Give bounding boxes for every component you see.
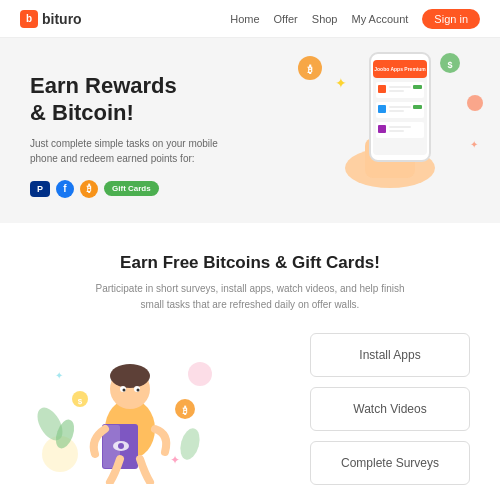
svg-text:$: $ (447, 60, 452, 70)
svg-text:Joobo Apps Premium: Joobo Apps Premium (374, 66, 426, 72)
svg-rect-12 (378, 85, 386, 93)
svg-text:$: $ (78, 397, 83, 406)
svg-rect-14 (389, 90, 404, 92)
brand-name: bituro (42, 11, 82, 27)
nav-account[interactable]: My Account (352, 13, 409, 25)
install-apps-button[interactable]: Install Apps (310, 333, 470, 377)
giftcard-badge: Gift Cards (104, 181, 159, 196)
svg-point-28 (188, 362, 212, 386)
svg-rect-18 (389, 106, 411, 108)
svg-point-38 (137, 389, 140, 392)
section2: Earn Free Bitcoins & Gift Cards! Partici… (0, 223, 500, 500)
hero-text: Earn Rewards& Bitcoin! Just complete sim… (30, 73, 230, 198)
navbar: b bituro Home Offer Shop My Account Sign… (0, 0, 500, 38)
brand: b bituro (20, 10, 82, 28)
svg-text:✦: ✦ (470, 139, 478, 150)
svg-point-31 (177, 426, 203, 462)
hero-illustration: ₿ $ Joobo Apps Premium (280, 38, 500, 193)
action-buttons: Install Apps Watch Videos Complete Surve… (310, 333, 470, 485)
section2-content: ₿ $ ✦ ✦ Install Apps Watch Videos Comple… (30, 333, 470, 485)
nav-home[interactable]: Home (230, 13, 259, 25)
watch-videos-button[interactable]: Watch Videos (310, 387, 470, 431)
svg-point-42 (118, 443, 124, 449)
hero-svg: ₿ $ Joobo Apps Premium (280, 38, 500, 193)
signin-button[interactable]: Sign in (422, 9, 480, 29)
svg-rect-17 (378, 105, 386, 113)
svg-rect-19 (389, 110, 404, 112)
section2-illustration: ₿ $ ✦ ✦ (30, 334, 230, 484)
facebook-badge: f (56, 180, 74, 198)
svg-rect-15 (413, 85, 422, 89)
svg-text:✦: ✦ (55, 370, 63, 381)
hero-section: Earn Rewards& Bitcoin! Just complete sim… (0, 38, 500, 223)
svg-point-34 (110, 364, 150, 388)
logo-icon: b (20, 10, 38, 28)
nav-shop[interactable]: Shop (312, 13, 338, 25)
svg-point-4 (467, 95, 483, 111)
section2-title: Earn Free Bitcoins & Gift Cards! (30, 253, 470, 273)
paypal-badge: P (30, 181, 50, 197)
svg-text:✦: ✦ (335, 75, 347, 91)
nav-links: Home Offer Shop My Account Sign in (230, 9, 480, 29)
svg-rect-22 (378, 125, 386, 133)
svg-rect-20 (413, 105, 422, 109)
svg-rect-13 (389, 86, 411, 88)
svg-text:✦: ✦ (170, 453, 180, 467)
hero-title: Earn Rewards& Bitcoin! (30, 73, 230, 126)
nav-offer[interactable]: Offer (274, 13, 298, 25)
svg-rect-24 (389, 130, 404, 132)
svg-rect-23 (389, 126, 411, 128)
hero-description: Just complete simple tasks on your mobil… (30, 136, 230, 166)
svg-point-37 (123, 389, 126, 392)
hero-badges: P f ₿ Gift Cards (30, 180, 230, 198)
section2-svg: ₿ $ ✦ ✦ (30, 334, 230, 484)
svg-text:₿: ₿ (307, 64, 313, 75)
complete-surveys-button[interactable]: Complete Surveys (310, 441, 470, 485)
bitcoin-badge: ₿ (80, 180, 98, 198)
section2-description: Participate in short surveys, install ap… (90, 281, 410, 313)
